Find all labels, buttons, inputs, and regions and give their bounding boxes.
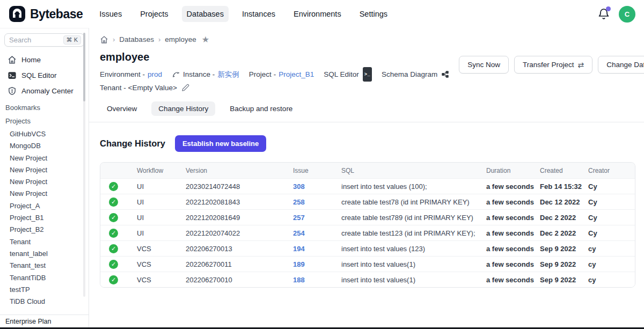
- table-header-creator: Creator: [588, 167, 628, 174]
- project-link[interactable]: Project_B1: [279, 68, 314, 81]
- instance-link[interactable]: 新实例: [217, 68, 239, 81]
- home-breadcrumb-icon[interactable]: [100, 35, 108, 44]
- cell-workflow: UI: [137, 182, 186, 191]
- sidebar-project-tenant-test[interactable]: Tenant_test: [0, 260, 89, 272]
- cell-status: ✓: [109, 244, 137, 253]
- sidebar: ⌘ K Home SQL Editor: [0, 28, 89, 327]
- table-header-created: Created: [540, 167, 588, 174]
- cell-issue: 194: [293, 245, 341, 253]
- cell-workflow: UI: [137, 198, 186, 206]
- sidebar-project-tenant-label[interactable]: tenant_label: [0, 248, 89, 260]
- sidebar-project-tenant[interactable]: Tenant: [0, 236, 89, 248]
- tab-overview[interactable]: Overview: [100, 101, 144, 116]
- cell-creator: cy: [588, 260, 628, 268]
- action-sync-now[interactable]: Sync Now: [459, 56, 509, 74]
- breadcrumb-separator: ›: [113, 35, 115, 43]
- issue-link[interactable]: 257: [293, 214, 305, 222]
- user-avatar[interactable]: C: [619, 6, 635, 23]
- sidebar-project-project-a[interactable]: Project_A: [0, 200, 89, 212]
- sidebar-nav: Home SQL Editor Anomaly Center: [0, 52, 89, 99]
- plan-badge[interactable]: Enterprise Plan: [0, 315, 89, 327]
- nav-item-projects[interactable]: Projects: [135, 6, 173, 22]
- search-input[interactable]: [9, 36, 55, 44]
- sidebar-item-sql-editor[interactable]: SQL Editor: [0, 68, 89, 83]
- cell-sql: insert into test values(1): [341, 260, 486, 268]
- nav-item-issues[interactable]: Issues: [94, 6, 127, 22]
- nav-item-databases[interactable]: Databases: [182, 6, 229, 22]
- cell-creator: Cy: [588, 182, 628, 191]
- sidebar-project-project-b2[interactable]: Project_B2: [0, 224, 89, 236]
- breadcrumb-databases[interactable]: Databases: [119, 35, 154, 43]
- sidebar-item-anomaly-center[interactable]: Anomaly Center: [0, 83, 89, 99]
- sidebar-project-new-project[interactable]: New Project: [0, 188, 89, 200]
- cell-issue: 257: [293, 214, 341, 222]
- tab-backup-and-restore[interactable]: Backup and restore: [223, 101, 299, 116]
- table-header-workflow: Workflow: [137, 167, 186, 174]
- sidebar-project-new-project[interactable]: New Project: [0, 152, 89, 164]
- notifications-button[interactable]: [597, 8, 610, 20]
- cell-created: Dec 2 2022: [540, 229, 588, 237]
- tab-change-history[interactable]: Change History: [151, 101, 215, 116]
- table-header-duration: Duration: [486, 167, 540, 174]
- main-content: › Databases › employee ★ employee Enviro…: [89, 28, 644, 327]
- table-header-issue: Issue: [293, 167, 341, 174]
- nav-item-instances[interactable]: Instances: [237, 6, 280, 22]
- sql-editor-shortcut[interactable]: SQL Editor >_: [324, 67, 372, 82]
- breadcrumb-separator: ›: [158, 35, 160, 43]
- sidebar-project-new-project[interactable]: New Project: [0, 176, 89, 188]
- cell-duration: a few seconds: [486, 182, 540, 191]
- sidebar-section-bookmarks[interactable]: Bookmarks: [0, 99, 89, 114]
- search-box[interactable]: ⌘ K: [4, 33, 84, 47]
- sidebar-project-project-b1[interactable]: Project_B1: [0, 212, 89, 224]
- favorite-star-icon[interactable]: ★: [202, 34, 209, 45]
- sidebar-project-new-project[interactable]: New Project: [0, 164, 89, 176]
- sidebar-project-githubvcs[interactable]: GitHubVCS: [0, 128, 89, 140]
- table-header-sql: SQL: [341, 167, 486, 174]
- page-header: employee Environment - prod: [100, 51, 459, 94]
- action-label: Transfer Project: [523, 61, 574, 69]
- cell-version: 202206270013: [186, 245, 293, 253]
- cell-workflow: VCS: [137, 276, 186, 284]
- environment-link[interactable]: prod: [148, 68, 162, 81]
- sidebar-project-testtp[interactable]: testTP: [0, 284, 89, 296]
- success-status-icon: ✓: [109, 198, 118, 207]
- issue-link[interactable]: 258: [293, 198, 305, 206]
- main-nav: IssuesProjectsDatabasesInstancesEnvironm…: [94, 6, 401, 22]
- issue-link[interactable]: 188: [293, 276, 305, 284]
- nav-item-settings[interactable]: Settings: [355, 6, 392, 22]
- cell-version: 202206270010: [186, 276, 293, 284]
- table-header-version: Version: [186, 167, 293, 174]
- schema-diagram-shortcut[interactable]: Schema Diagram: [382, 68, 449, 81]
- sidebar-project-tenanttidb[interactable]: TenantTiDB: [0, 272, 89, 284]
- brand-logo[interactable]: Bytebase: [9, 5, 83, 23]
- issue-link[interactable]: 308: [293, 182, 305, 191]
- table-row: ✓UI20221202081649257create table test789…: [100, 209, 635, 225]
- issue-link[interactable]: 194: [293, 245, 305, 253]
- establish-baseline-button[interactable]: Establish new baseline: [175, 135, 266, 152]
- action-label: Change Data: [606, 61, 644, 69]
- cell-creator: Cy: [588, 214, 628, 222]
- sidebar-project-tidb-cloud[interactable]: TiDB Cloud: [0, 296, 89, 308]
- sidebar-item-home[interactable]: Home: [0, 52, 89, 68]
- success-status-icon: ✓: [109, 275, 118, 284]
- action-change-data[interactable]: Change Data: [598, 56, 644, 74]
- edit-pencil-icon[interactable]: [181, 84, 189, 92]
- cell-duration: a few seconds: [486, 276, 540, 284]
- cell-status: ✓: [109, 260, 137, 269]
- cell-duration: a few seconds: [486, 198, 540, 206]
- action-transfer-project[interactable]: Transfer Project⇄: [514, 56, 592, 74]
- nav-item-environments[interactable]: Environments: [289, 6, 346, 22]
- sidebar-item-label: SQL Editor: [21, 71, 57, 79]
- cell-status: ✓: [109, 213, 137, 222]
- issue-link[interactable]: 254: [293, 229, 305, 237]
- success-status-icon: ✓: [109, 182, 118, 191]
- breadcrumb-employee[interactable]: employee: [165, 35, 196, 43]
- cell-created: Sep 9 2022: [540, 245, 588, 253]
- sidebar-scrollbar-thumb[interactable]: [83, 33, 85, 101]
- sidebar-scrollbar[interactable]: [83, 33, 85, 297]
- cell-workflow: VCS: [137, 260, 186, 268]
- sidebar-section-projects[interactable]: Projects: [0, 114, 89, 127]
- cell-sql: insert into test values (100);: [341, 182, 486, 191]
- issue-link[interactable]: 189: [293, 260, 305, 268]
- sidebar-project-mongodb[interactable]: MongoDB: [0, 140, 89, 152]
